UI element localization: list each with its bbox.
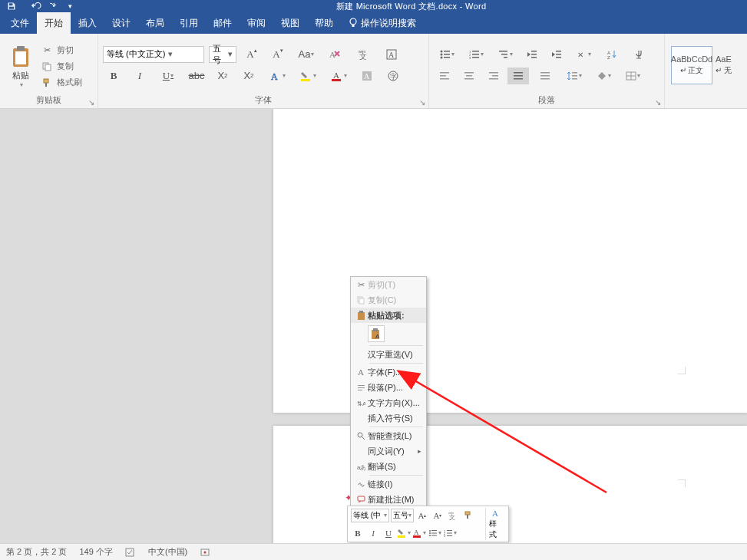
tab-layout[interactable]: 布局 [138, 12, 172, 34]
tab-design[interactable]: 设计 [104, 12, 138, 34]
increase-indent-button[interactable] [546, 46, 567, 63]
paste-keep-text-only-button[interactable]: A [368, 325, 385, 342]
svg-rect-83 [358, 496, 365, 501]
mini-styles-button[interactable]: A 样式 [485, 508, 507, 540]
ctx-smart-lookup[interactable]: 智能查找(L) [351, 428, 426, 443]
svg-text:A: A [492, 509, 498, 518]
shrink-font-button[interactable]: A▾ [267, 46, 289, 63]
undo-icon[interactable] [29, 1, 43, 12]
mini-shrink-font[interactable]: A▾ [431, 509, 445, 522]
page-1[interactable] [273, 109, 747, 413]
paragraph-launcher-icon[interactable]: ↘ [653, 97, 663, 107]
decrease-indent-button[interactable] [521, 46, 543, 63]
save-icon[interactable] [5, 1, 18, 12]
align-left-button[interactable] [434, 68, 455, 84]
tab-references[interactable]: 引用 [172, 12, 206, 34]
borders-button[interactable]: ▾ [620, 68, 646, 84]
status-macro[interactable] [200, 548, 210, 557]
redo-icon[interactable] [46, 1, 60, 12]
mini-bullets[interactable]: ▾ [428, 526, 441, 540]
svg-rect-59 [514, 78, 523, 80]
mini-grow-font[interactable]: A▴ [415, 509, 429, 522]
mini-format-painter[interactable] [461, 509, 475, 522]
text-effects-button[interactable]: A▾ [264, 68, 290, 84]
font-size-combo[interactable]: 五号 ▾ [209, 46, 236, 63]
multilevel-list-button[interactable]: ▾ [492, 46, 518, 63]
copy-button[interactable]: 复制 [41, 61, 82, 72]
qat-customize-icon[interactable]: ▾ [63, 1, 77, 12]
clear-formatting-button[interactable]: A [324, 46, 345, 63]
page-2[interactable] [273, 426, 747, 543]
font-launcher-icon[interactable]: ↘ [418, 97, 427, 107]
status-page[interactable]: 第 2 页，共 2 页 [6, 546, 67, 558]
mini-size-value: 五号 [393, 510, 408, 521]
document-area[interactable]: ✦ ✂ 剪切(T) 复制(C) 粘贴选项: A 汉字重选(V) [0, 109, 747, 543]
numbering-button[interactable]: 123▾ [463, 46, 489, 63]
align-justify-button[interactable] [507, 68, 529, 84]
status-proofing[interactable] [125, 548, 136, 557]
change-case-button[interactable]: Aa▾ [293, 46, 319, 63]
sort-button[interactable]: AZ [600, 46, 626, 63]
format-painter-button[interactable]: 格式刷 [41, 77, 82, 88]
bullets-button[interactable]: ▾ [434, 46, 460, 63]
line-spacing-button[interactable]: ▾ [561, 68, 587, 84]
char-border-button[interactable]: A [381, 46, 402, 63]
strikethrough-button[interactable]: abc [186, 68, 207, 84]
mini-italic[interactable]: I [366, 526, 380, 540]
tab-mailings[interactable]: 邮件 [206, 12, 240, 34]
style-normal[interactable]: AaBbCcDd ↵ 正文 [671, 46, 712, 84]
subscript-button[interactable]: X2 [212, 68, 233, 84]
ctx-reconvert[interactable]: 汉字重选(V) [351, 347, 426, 362]
paste-button[interactable]: 粘贴 ▾ [5, 42, 37, 88]
svg-rect-0 [9, 3, 13, 5]
status-wordcount[interactable]: 149 个字 [79, 546, 112, 558]
asian-layout-button[interactable]: ✕▾ [570, 46, 597, 63]
proofing-icon [125, 548, 136, 557]
superscript-button[interactable]: X2 [238, 68, 259, 84]
cut-button[interactable]: ✂ 剪切 [41, 44, 82, 56]
mini-numbering[interactable]: 123▾ [443, 526, 457, 540]
clipboard-launcher-icon[interactable]: ↘ [87, 97, 96, 107]
shading-button[interactable]: ▾ [590, 68, 616, 84]
tab-help[interactable]: 帮助 [307, 12, 341, 34]
ctx-insert-symbol[interactable]: 插入符号(S) [351, 410, 426, 426]
char-shading-button[interactable]: A [356, 68, 378, 84]
tab-home[interactable]: 开始 [37, 12, 71, 34]
align-right-button[interactable] [483, 68, 504, 84]
mini-underline[interactable]: U [382, 526, 395, 540]
enclose-char-button[interactable]: 字 [382, 68, 404, 84]
chevron-down-icon: ▾ [20, 81, 23, 88]
font-color-button[interactable]: A▾ [326, 68, 352, 84]
mini-font-combo[interactable]: 等线 (中 ▾ [351, 509, 389, 522]
ctx-text-direction[interactable]: ⇅A 文字方向(X)... [351, 395, 426, 410]
tab-review[interactable]: 审阅 [240, 12, 273, 34]
mini-size-combo[interactable]: 五号 ▾ [391, 509, 414, 522]
font-name-combo[interactable]: 等线 (中文正文) ▾ [103, 46, 204, 63]
italic-button[interactable]: I [129, 68, 150, 84]
align-center-button[interactable] [458, 68, 480, 84]
mini-phonetic[interactable]: wén文 [446, 509, 460, 522]
style-no-spacing[interactable]: AaE ↵ 无 [716, 46, 737, 84]
tab-file[interactable]: 文件 [3, 12, 37, 34]
tell-me-search[interactable]: 操作说明搜索 [341, 12, 424, 34]
grow-font-button[interactable]: A▴ [241, 46, 263, 63]
mini-highlight[interactable]: ▾ [397, 526, 411, 540]
tab-view[interactable]: 视图 [273, 12, 307, 34]
tab-insert[interactable]: 插入 [71, 12, 104, 34]
ctx-paragraph[interactable]: 段落(P)... [351, 380, 426, 395]
mini-font-color[interactable]: A▾ [412, 526, 426, 540]
phonetic-guide-button[interactable]: wén文 [350, 46, 376, 63]
underline-button[interactable]: U▾ [155, 68, 181, 84]
bold-button[interactable]: B [103, 68, 124, 84]
copy-label: 复制 [57, 61, 74, 72]
status-language[interactable]: 中文(中国) [148, 546, 187, 558]
mini-bold[interactable]: B [351, 526, 365, 540]
ctx-synonyms[interactable]: 同义词(Y) ▸ [351, 443, 426, 459]
ctx-translate[interactable]: aあ 翻译(S) [351, 459, 426, 474]
show-marks-button[interactable] [629, 46, 650, 63]
ctx-font[interactable]: A 字体(F)... [351, 364, 426, 380]
align-distribute-button[interactable] [532, 68, 558, 84]
highlight-button[interactable]: ▾ [295, 68, 321, 84]
ctx-link[interactable]: 链接(I) [351, 476, 426, 492]
ctx-new-comment[interactable]: 新建批注(M) [351, 492, 426, 507]
